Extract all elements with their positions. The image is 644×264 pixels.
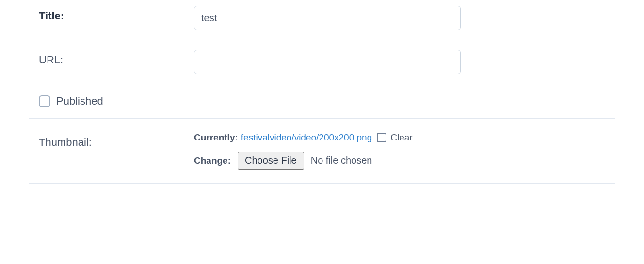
clear-checkbox[interactable] xyxy=(377,133,386,142)
url-label: URL: xyxy=(29,50,194,66)
thumbnail-content: Currently: festivalvideo/video/200x200.p… xyxy=(194,132,615,170)
title-label: Title: xyxy=(29,6,194,22)
title-row: Title: xyxy=(29,0,615,40)
change-line: Change: Choose File No file chosen xyxy=(194,152,615,170)
title-input-col xyxy=(194,6,615,30)
published-label: Published xyxy=(56,95,103,108)
published-row: Published xyxy=(29,84,615,119)
thumbnail-label: Thumbnail: xyxy=(29,132,194,149)
currently-line: Currently: festivalvideo/video/200x200.p… xyxy=(194,132,615,143)
form-container: Title: URL: Published Thumbnail: Current… xyxy=(0,0,644,184)
no-file-text: No file chosen xyxy=(311,155,372,166)
url-input-col xyxy=(194,50,615,74)
currently-label: Currently: xyxy=(194,132,238,143)
title-input[interactable] xyxy=(194,6,461,30)
published-checkbox[interactable] xyxy=(39,95,50,107)
clear-label: Clear xyxy=(390,132,412,143)
thumbnail-row: Thumbnail: Currently: festivalvideo/vide… xyxy=(29,119,615,184)
url-row: URL: xyxy=(29,40,615,84)
url-input[interactable] xyxy=(194,50,461,74)
change-label: Change: xyxy=(194,155,231,166)
choose-file-button[interactable]: Choose File xyxy=(238,152,304,170)
current-file-link[interactable]: festivalvideo/video/200x200.png xyxy=(241,132,372,143)
